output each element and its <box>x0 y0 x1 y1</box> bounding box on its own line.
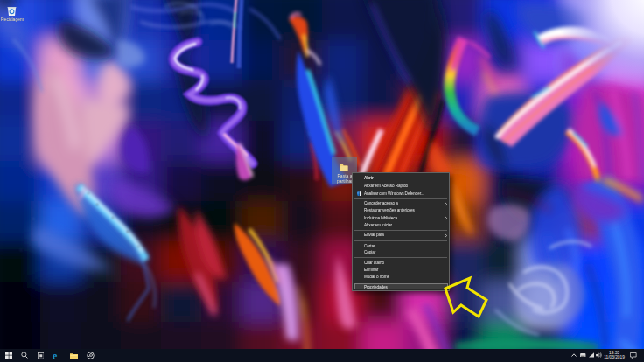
svg-text:11/03/2019: 11/03/2019 <box>604 355 625 359</box>
svg-text:19:33: 19:33 <box>609 351 620 355</box>
